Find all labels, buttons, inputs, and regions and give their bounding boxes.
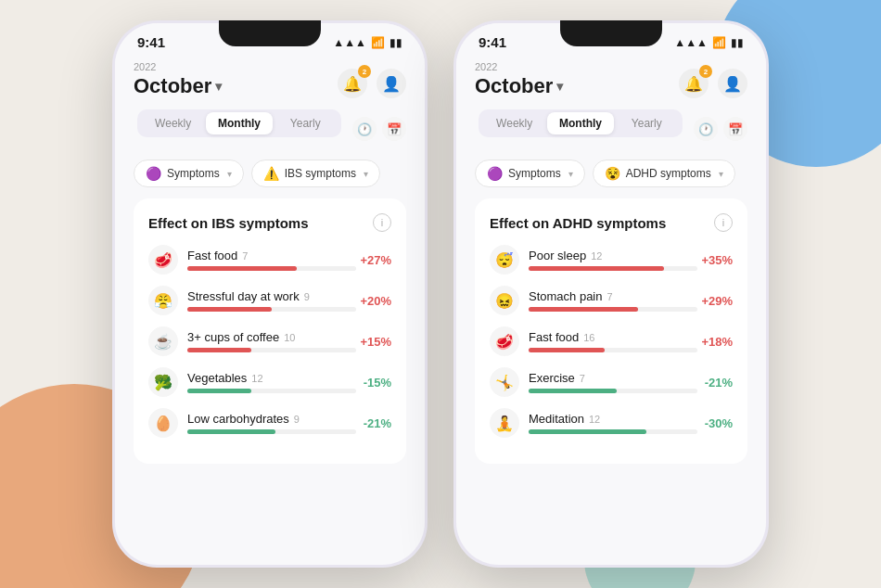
effect-count: 12: [589, 414, 600, 425]
year-label-1: 2022: [134, 61, 222, 72]
filter-adhd-emoji-2: 😵: [605, 166, 620, 181]
effect-name-row: Meditation 12: [529, 412, 697, 426]
filter-arrow-2: ▾: [568, 169, 573, 179]
effect-info: Stressful day at work 9: [187, 289, 356, 312]
bell-icon-wrap-1[interactable]: 🔔 2: [338, 69, 367, 98]
effect-emoji: 🥩: [148, 245, 178, 275]
clock-icon-1[interactable]: 🕐: [352, 117, 377, 141]
effect-pct: +15%: [356, 335, 391, 349]
year-label-2: 2022: [475, 61, 563, 72]
filters-row-1: 🟣 Symptoms ▾ ⚠️ IBS symptoms ▾: [134, 160, 406, 187]
tab-extras-1: 🕐 📅: [352, 117, 406, 141]
filter-adhd-label-2: ADHD symptoms: [626, 167, 711, 180]
bell-icon-wrap-2[interactable]: 🔔 2: [679, 69, 709, 98]
tab-bar-container-2: Weekly Monthly Yearly: [475, 109, 686, 148]
tab-bar-1: Weekly Monthly Yearly: [137, 109, 341, 137]
effect-bar-bg: [529, 348, 697, 352]
tab-monthly-2[interactable]: Monthly: [547, 112, 613, 134]
clock-icon-2[interactable]: 🕐: [694, 117, 718, 141]
effect-list-2: 😴 Poor sleep 12 +35% 😖 Stomach pain 7: [490, 245, 733, 438]
effect-pct: +35%: [697, 253, 733, 267]
effect-name: Stressful day at work: [187, 289, 300, 303]
effect-bar: [529, 429, 646, 434]
wifi-icon-1: 📶: [371, 36, 385, 49]
effect-bar-bg: [529, 429, 697, 434]
calendar-icon-2[interactable]: 📅: [723, 117, 747, 141]
calendar-icon-1[interactable]: 📅: [382, 117, 406, 141]
effect-name: Vegetables: [187, 371, 247, 385]
effect-name: Poor sleep: [529, 249, 586, 262]
tab-yearly-2[interactable]: Yearly: [614, 112, 680, 134]
effect-bar-bg: [187, 429, 356, 434]
effect-emoji: 😖: [490, 286, 519, 315]
user-icon-2[interactable]: 👤: [718, 69, 747, 98]
filter-symptoms-1[interactable]: 🟣 Symptoms ▾: [134, 160, 244, 187]
filter-symptoms-2[interactable]: 🟣 Symptoms ▾: [475, 160, 585, 187]
header-icons-2: 🔔 2 👤: [679, 69, 747, 98]
tab-extras-2: 🕐 📅: [694, 117, 747, 141]
effect-name-row: Stomach pain 7: [529, 289, 697, 303]
battery-icon-2: ▮▮: [731, 36, 744, 49]
month-dropdown-arrow-1[interactable]: ▾: [215, 79, 222, 94]
month-title-group-2: 2022 October ▾: [475, 61, 563, 98]
effect-name-row: 3+ cups of coffee 10: [187, 330, 356, 344]
effect-name: Meditation: [529, 412, 584, 426]
effect-item: 🥦 Vegetables 12 -15%: [148, 367, 391, 397]
filter-adhd-2[interactable]: 😵 ADHD symptoms ▾: [593, 160, 735, 187]
effect-bar-bg: [529, 389, 697, 393]
filter-emoji-1: 🟣: [146, 166, 161, 181]
effect-bar-bg: [187, 266, 356, 271]
effect-item: 😴 Poor sleep 12 +35%: [490, 245, 733, 275]
effect-count: 12: [251, 373, 262, 384]
app-content-2: 2022 October ▾ 🔔 2 👤: [456, 54, 766, 464]
effect-name-row: Exercise 7: [529, 371, 697, 385]
notch-1: [219, 20, 321, 46]
effect-info: Exercise 7: [529, 371, 697, 393]
effect-card-2: Effect on ADHD symptoms i 😴 Poor sleep 1…: [475, 198, 747, 464]
effect-name: Stomach pain: [529, 289, 603, 303]
effect-emoji: 🧘: [490, 408, 519, 438]
info-icon-2[interactable]: i: [714, 213, 733, 232]
effect-pct: +18%: [697, 335, 733, 349]
user-icon-1[interactable]: 👤: [377, 69, 406, 98]
info-icon-1[interactable]: i: [373, 213, 391, 232]
tab-yearly-1[interactable]: Yearly: [273, 112, 338, 134]
tab-weekly-1[interactable]: Weekly: [140, 112, 206, 134]
tab-row-1: Weekly Monthly Yearly 🕐 📅: [134, 109, 406, 148]
effect-emoji: 🥩: [490, 326, 519, 356]
effect-info: Fast food 7: [187, 249, 356, 271]
effect-bar: [187, 348, 251, 352]
effect-count: 9: [304, 291, 310, 302]
month-dropdown-arrow-2[interactable]: ▾: [556, 79, 563, 94]
filter-arrow-1: ▾: [227, 169, 232, 179]
tab-bar-2: Weekly Monthly Yearly: [479, 109, 683, 137]
phone-2-inner: 9:41 ▲▲▲ 📶 ▮▮ 2022 October ▾: [456, 23, 766, 565]
status-icons-1: ▲▲▲ 📶 ▮▮: [333, 36, 402, 49]
tab-row-2: Weekly Monthly Yearly 🕐 📅: [475, 109, 747, 148]
effect-name-row: Low carbohydrates 9: [187, 412, 356, 426]
month-title-2: October ▾: [475, 74, 563, 98]
effect-list-1: 🥩 Fast food 7 +27% 😤 Stressful day at wo…: [148, 245, 391, 438]
wifi-icon-2: 📶: [712, 36, 726, 49]
effect-count: 10: [284, 332, 295, 343]
tab-monthly-1[interactable]: Monthly: [206, 112, 272, 134]
effect-emoji: ☕: [148, 326, 178, 356]
tab-weekly-2[interactable]: Weekly: [481, 112, 547, 134]
card-title-2: Effect on ADHD symptoms: [490, 215, 666, 231]
app-header-2: 2022 October ▾ 🔔 2 👤: [471, 61, 751, 98]
effect-pct: -15%: [356, 376, 391, 390]
effect-name: Fast food: [529, 330, 579, 344]
effect-pct: +27%: [356, 253, 391, 267]
effect-info: Vegetables 12: [187, 371, 356, 393]
filter-ibs-1[interactable]: ⚠️ IBS symptoms ▾: [251, 160, 380, 187]
effect-item: 😖 Stomach pain 7 +29%: [490, 286, 733, 315]
effect-name-row: Poor sleep 12: [529, 249, 697, 262]
effect-name: Exercise: [529, 371, 575, 385]
effect-pct: -21%: [356, 416, 391, 430]
effect-item: 🥩 Fast food 7 +27%: [148, 245, 391, 275]
effect-name-row: Fast food 7: [187, 249, 356, 262]
effect-item: 🧘 Meditation 12 -30%: [490, 408, 733, 438]
filter-ibs-label-1: IBS symptoms: [285, 167, 356, 180]
effect-bar: [529, 266, 664, 271]
effect-emoji: 😤: [148, 286, 178, 315]
